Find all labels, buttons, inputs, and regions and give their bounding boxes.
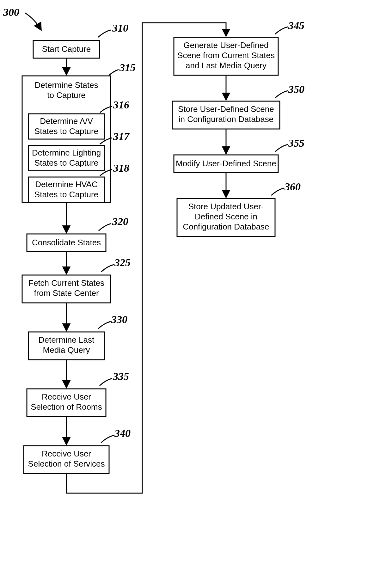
svg-text:Selection of Rooms: Selection of Rooms <box>31 402 102 412</box>
svg-text:Determine Last: Determine Last <box>39 335 95 345</box>
figure-ref-arrow <box>25 13 41 30</box>
svg-text:Determine HVAC: Determine HVAC <box>35 180 97 189</box>
svg-text:Fetch Current States: Fetch Current States <box>28 278 104 288</box>
svg-text:Store Updated User-: Store Updated User- <box>188 202 264 211</box>
svg-text:Store User-Defined Scene: Store User-Defined Scene <box>178 104 274 114</box>
svg-text:350: 350 <box>288 83 304 95</box>
svg-text:Media Query: Media Query <box>43 345 90 355</box>
svg-text:Generate User-Defined: Generate User-Defined <box>184 40 269 50</box>
node-335: Receive User Selection of Rooms 335 <box>27 371 129 417</box>
node-330: Determine Last Media Query 330 <box>28 314 127 360</box>
svg-text:360: 360 <box>284 181 301 193</box>
svg-text:Consolidate States: Consolidate States <box>32 238 101 247</box>
svg-text:345: 345 <box>288 20 304 31</box>
svg-text:and Last Media Query: and Last Media Query <box>186 61 266 70</box>
node-350: Store User-Defined Scene in Configuratio… <box>172 83 304 129</box>
svg-text:355: 355 <box>288 137 304 149</box>
svg-text:310: 310 <box>112 22 128 34</box>
svg-text:Scene from Current States: Scene from Current States <box>177 51 275 60</box>
node-360: Store Updated User- Defined Scene in Con… <box>177 181 301 236</box>
svg-text:from State Center: from State Center <box>34 288 99 298</box>
svg-text:Defined Scene in: Defined Scene in <box>195 212 257 221</box>
svg-text:Configuration Database: Configuration Database <box>183 222 269 231</box>
svg-text:States to Capture: States to Capture <box>34 126 98 136</box>
svg-text:335: 335 <box>113 371 129 382</box>
svg-text:Selection of Services: Selection of Services <box>28 459 105 469</box>
svg-text:Determine Lighting: Determine Lighting <box>32 148 101 157</box>
node-310: Start Capture 310 <box>33 22 128 58</box>
node-325: Fetch Current States from State Center 3… <box>22 257 131 303</box>
svg-text:316: 316 <box>113 99 129 111</box>
svg-text:320: 320 <box>112 216 128 227</box>
svg-text:Determine A/V: Determine A/V <box>40 116 93 126</box>
svg-text:318: 318 <box>113 162 129 174</box>
node-320: Consolidate States 320 <box>27 216 128 252</box>
svg-text:in Configuration Database: in Configuration Database <box>179 114 274 124</box>
svg-text:330: 330 <box>111 314 127 325</box>
svg-text:325: 325 <box>114 257 131 268</box>
svg-text:340: 340 <box>114 427 131 439</box>
svg-text:States to Capture: States to Capture <box>34 190 98 199</box>
flowchart-diagram: 300 Start Capture 310 Determine States t… <box>0 0 392 588</box>
svg-text:to Capture: to Capture <box>47 90 85 100</box>
svg-text:Receive User: Receive User <box>42 449 91 458</box>
node-355: Modify User-Defined Scene 355 <box>174 137 304 173</box>
svg-text:317: 317 <box>113 131 130 142</box>
node-345: Generate User-Defined Scene from Current… <box>174 20 304 75</box>
svg-text:315: 315 <box>119 62 136 73</box>
node-340: Receive User Selection of Services 340 <box>24 427 131 474</box>
svg-text:Start Capture: Start Capture <box>42 44 91 54</box>
svg-text:Receive User: Receive User <box>42 392 91 401</box>
svg-text:Modify User-Defined Scene: Modify User-Defined Scene <box>176 159 276 168</box>
svg-text:States to Capture: States to Capture <box>34 158 98 168</box>
svg-text:Determine States: Determine States <box>35 80 98 90</box>
figure-ref: 300 <box>3 6 19 18</box>
